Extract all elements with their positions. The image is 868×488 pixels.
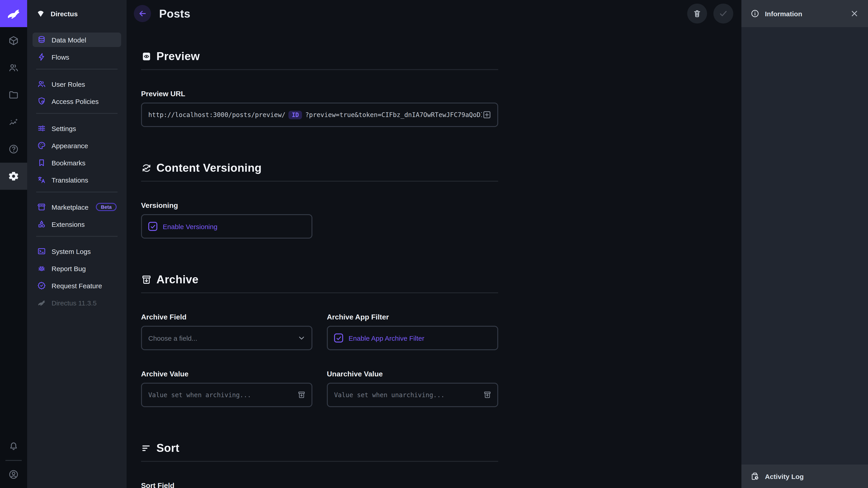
palette-icon bbox=[37, 141, 46, 150]
sidebar-item-report-bug[interactable]: Report Bug bbox=[33, 261, 121, 275]
directus-settings-page: Directus Data Model Flows User Roles Acc… bbox=[0, 0, 868, 488]
unarchive-value-field[interactable] bbox=[327, 383, 498, 407]
page-header: Posts bbox=[127, 0, 741, 27]
rabbit-logo-icon bbox=[6, 6, 21, 21]
module-files[interactable] bbox=[0, 81, 27, 108]
section-archive: Archive Archive Field Choose a field... bbox=[141, 273, 498, 407]
archive-field-select[interactable]: Choose a field... bbox=[141, 326, 312, 350]
archive-value-label: Archive Value bbox=[141, 370, 312, 378]
sidebar-item-label: System Logs bbox=[52, 248, 91, 255]
sidebar-item-label: Data Model bbox=[52, 36, 86, 43]
url-token: CIFbz_dnIA7OwRTewJFC79aQoDI bbox=[381, 111, 484, 119]
sidebar-item-label: Request Feature bbox=[52, 282, 102, 289]
archive-down-icon bbox=[297, 390, 306, 399]
versioning-label: Versioning bbox=[141, 201, 498, 210]
sidebar-nav: Data Model Flows User Roles Access Polic… bbox=[27, 27, 127, 313]
section-title: Content Versioning bbox=[156, 161, 262, 174]
settings-gear-icon bbox=[8, 170, 20, 182]
directus-logo[interactable] bbox=[0, 0, 27, 27]
sidebar-item-extensions[interactable]: Extensions bbox=[33, 217, 121, 231]
sidebar-item-appearance[interactable]: Appearance bbox=[33, 138, 121, 153]
sidebar-item-label: Translations bbox=[52, 176, 88, 184]
checkbox-checked-icon[interactable] bbox=[334, 333, 343, 343]
sidebar-item-label: Extensions bbox=[52, 220, 85, 228]
sidebar-item-translations[interactable]: Translations bbox=[33, 173, 121, 187]
settings-sidebar: Directus Data Model Flows User Roles Acc… bbox=[27, 0, 127, 488]
help-icon bbox=[8, 144, 19, 155]
info-panel-title: Information bbox=[765, 10, 802, 18]
module-bar-spacer bbox=[0, 190, 27, 433]
sidebar-item-access-policies[interactable]: Access Policies bbox=[33, 94, 121, 108]
checkbox-label: Enable App Archive Filter bbox=[348, 334, 424, 342]
info-panel-header: Information bbox=[741, 0, 868, 27]
archive-app-filter-label: Archive App Filter bbox=[327, 313, 498, 321]
sidebar-item-request-feature[interactable]: Request Feature bbox=[33, 278, 121, 293]
beta-badge: Beta bbox=[96, 203, 117, 211]
section-divider bbox=[141, 461, 498, 462]
sidebar-item-marketplace[interactable]: Marketplace Beta bbox=[33, 200, 121, 214]
unarchive-value-input[interactable] bbox=[334, 384, 491, 406]
sidebar-item-label: Report Bug bbox=[52, 265, 86, 272]
back-button[interactable] bbox=[134, 5, 151, 22]
sidebar-item-flows[interactable]: Flows bbox=[33, 50, 121, 64]
close-icon bbox=[850, 9, 859, 18]
unarchive-up-icon bbox=[483, 390, 492, 399]
notifications-bell[interactable] bbox=[0, 433, 27, 460]
extensions-icon bbox=[37, 220, 46, 229]
archive-value-field[interactable] bbox=[141, 383, 312, 407]
section-title: Preview bbox=[156, 50, 200, 63]
module-content[interactable] bbox=[0, 27, 27, 54]
insights-icon bbox=[8, 117, 19, 127]
project-header[interactable]: Directus bbox=[27, 0, 127, 27]
sidebar-item-label: User Roles bbox=[52, 80, 85, 88]
module-users[interactable] bbox=[0, 54, 27, 81]
folder-icon bbox=[8, 90, 19, 100]
sidebar-item-data-model[interactable]: Data Model bbox=[33, 33, 121, 47]
url-prefix: http://localhost:3000/posts/preview/ bbox=[148, 111, 285, 119]
archive-value-icon-button[interactable] bbox=[297, 390, 306, 399]
sidebar-divider bbox=[36, 192, 118, 193]
version-label: Directus 11.3.5 bbox=[52, 299, 97, 306]
sidebar-item-settings[interactable]: Settings bbox=[33, 121, 121, 135]
archive-value-input[interactable] bbox=[148, 384, 305, 406]
add-variable-button[interactable] bbox=[482, 110, 492, 120]
add-box-icon bbox=[482, 110, 492, 120]
sidebar-item-system-logs[interactable]: System Logs bbox=[33, 244, 121, 258]
checkbox-checked-icon[interactable] bbox=[148, 222, 157, 231]
activity-log-button[interactable]: Activity Log bbox=[741, 464, 868, 488]
module-help[interactable] bbox=[0, 135, 27, 163]
users-icon bbox=[8, 62, 19, 73]
terminal-icon bbox=[37, 247, 46, 256]
preview-url-field[interactable]: http://localhost:3000/posts/preview/ ID … bbox=[141, 103, 498, 127]
section-preview-heading: Preview bbox=[141, 50, 498, 63]
shield-person-icon bbox=[37, 97, 46, 106]
chevron-down-icon bbox=[297, 333, 306, 343]
storefront-icon bbox=[37, 202, 46, 212]
translate-icon bbox=[37, 175, 46, 184]
close-panel-button[interactable] bbox=[850, 9, 859, 18]
new-releases-icon bbox=[37, 281, 46, 290]
url-query: ?preview=true&token= bbox=[305, 111, 381, 119]
delete-button[interactable] bbox=[687, 4, 707, 24]
user-avatar[interactable] bbox=[0, 461, 27, 488]
select-placeholder: Choose a field... bbox=[148, 334, 197, 342]
unarchive-value-icon-button[interactable] bbox=[483, 390, 492, 399]
save-button[interactable] bbox=[713, 4, 733, 24]
module-settings[interactable] bbox=[0, 163, 27, 190]
sidebar-divider bbox=[36, 69, 118, 70]
id-variable-chip[interactable]: ID bbox=[289, 110, 302, 119]
archive-app-filter-field: Enable App Archive Filter bbox=[327, 326, 498, 350]
sidebar-item-bookmarks[interactable]: Bookmarks bbox=[33, 156, 121, 170]
module-insights[interactable] bbox=[0, 108, 27, 135]
activity-log-label: Activity Log bbox=[765, 473, 804, 480]
account-circle-icon bbox=[8, 469, 19, 480]
rabbit-version-icon bbox=[37, 298, 46, 307]
database-icon bbox=[37, 35, 46, 44]
activity-log-icon bbox=[750, 472, 760, 481]
versioning-toggle-field: Enable Versioning bbox=[141, 214, 312, 238]
archive-icon bbox=[141, 274, 152, 285]
enable-versioning-checkbox-row[interactable]: Enable Versioning bbox=[148, 222, 217, 231]
sidebar-item-user-roles[interactable]: User Roles bbox=[33, 77, 121, 91]
select-chevron[interactable] bbox=[297, 333, 306, 343]
enable-app-archive-filter-checkbox-row[interactable]: Enable App Archive Filter bbox=[334, 333, 424, 343]
